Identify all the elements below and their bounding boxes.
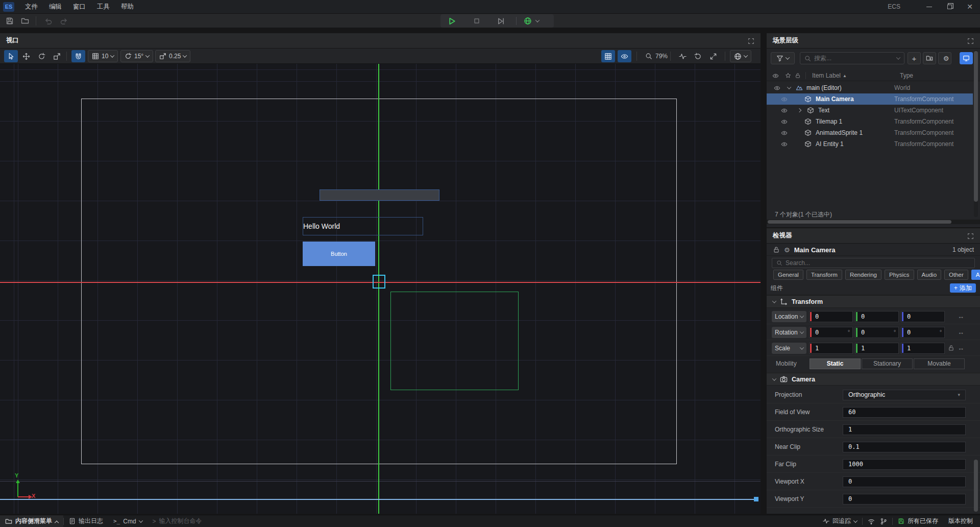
scrollbar-thumb[interactable]	[768, 220, 951, 224]
lock-column-icon[interactable]	[795, 73, 801, 79]
link-axes-icon[interactable]: ↔	[958, 344, 964, 352]
grid-snap-dropdown[interactable]: 10	[88, 50, 118, 62]
link-axes-icon[interactable]: ↔	[958, 313, 964, 320]
open-folder-icon[interactable]	[20, 16, 30, 26]
inspector-search[interactable]	[772, 258, 975, 268]
hierarchy-search[interactable]	[800, 52, 904, 64]
minimize-button[interactable]	[919, 0, 939, 14]
rotation-z-input[interactable]: 0°	[901, 327, 945, 338]
rotation-y-input[interactable]: 0°	[855, 327, 899, 338]
tab-physics[interactable]: Physics	[885, 270, 914, 280]
tree-row-text[interactable]: Text UITextComponent	[767, 105, 973, 116]
source-control-button[interactable]	[880, 515, 892, 527]
camera-section-header[interactable]: Camera	[767, 373, 980, 386]
save-icon[interactable]	[5, 16, 14, 26]
expand-panel-icon[interactable]	[967, 232, 974, 239]
step-icon[interactable]	[497, 17, 505, 25]
reset-view-button[interactable]	[691, 50, 705, 62]
mobility-static-button[interactable]: Static	[810, 358, 861, 369]
button-widget[interactable]: Button	[303, 242, 375, 266]
output-log-button[interactable]: 输出日志	[64, 515, 108, 527]
lock-icon[interactable]	[773, 246, 780, 253]
move-tool-button[interactable]	[19, 50, 33, 62]
select-tool-button[interactable]	[4, 50, 18, 62]
type-column[interactable]: Type	[900, 72, 913, 79]
panel-widget[interactable]	[320, 189, 439, 201]
orthographic-size-input[interactable]: 1	[843, 424, 966, 435]
far-clip-input[interactable]: 1000	[843, 459, 966, 470]
sort-asc-icon[interactable]: ▲	[843, 74, 847, 78]
star-column-icon[interactable]	[785, 73, 791, 79]
viewport-y-input[interactable]: 0	[843, 494, 966, 505]
rotation-dropdown[interactable]: Rotation	[772, 327, 806, 338]
preview-monitor-button[interactable]	[960, 52, 973, 64]
near-clip-input[interactable]: 0.1	[843, 442, 966, 452]
tree-row-main-camera[interactable]: Main Camera TransformComponent	[767, 93, 973, 105]
new-folder-button[interactable]	[923, 52, 936, 64]
tab-other[interactable]: Other	[944, 270, 968, 280]
location-x-input[interactable]: 0	[809, 311, 853, 322]
rotation-x-input[interactable]: 0°	[809, 327, 853, 338]
inspector-search-input[interactable]	[786, 259, 970, 267]
scrollbar-thumb[interactable]	[974, 51, 978, 202]
play-icon[interactable]	[448, 17, 456, 26]
hierarchy-search-input[interactable]	[814, 55, 894, 62]
fullscreen-button[interactable]	[706, 50, 720, 62]
stop-icon[interactable]	[473, 17, 480, 25]
text-widget[interactable]: Hello World	[303, 217, 423, 235]
tree-row-main[interactable]: main (Editor) World	[767, 82, 973, 93]
undo-icon[interactable]	[44, 16, 53, 26]
scale-y-input[interactable]: 1	[855, 343, 899, 354]
rotate-tool-button[interactable]	[35, 50, 48, 62]
mobility-movable-button[interactable]: Movable	[914, 358, 965, 369]
viewport-x-input[interactable]: 0	[843, 476, 966, 487]
vertical-scrollbar[interactable]	[974, 50, 978, 217]
menu-tools[interactable]: 工具	[91, 0, 115, 14]
tab-audio[interactable]: Audio	[917, 270, 941, 280]
gear-icon[interactable]: ⚙	[784, 246, 790, 254]
trace-dropdown[interactable]: 回追踪	[818, 515, 862, 527]
projection-dropdown[interactable]: Orthographic▾	[843, 390, 966, 400]
tab-rendering[interactable]: Rendering	[845, 270, 881, 280]
visibility-eye-icon[interactable]	[781, 118, 788, 125]
inspector-scrollbar[interactable]	[974, 244, 978, 512]
stats-toggle-button[interactable]	[676, 50, 690, 62]
menu-help[interactable]: 帮助	[115, 0, 139, 14]
location-dropdown[interactable]: Location	[772, 311, 806, 322]
mobility-stationary-button[interactable]: Stationary	[862, 358, 913, 369]
hierarchy-settings-button[interactable]: ⚙	[938, 52, 951, 64]
tree-row-animatedsprite[interactable]: AnimatedSprite 1 TransformComponent	[767, 127, 973, 138]
globe-icon[interactable]	[524, 17, 532, 25]
menu-window[interactable]: 窗口	[67, 0, 91, 14]
chevron-right-icon[interactable]	[797, 108, 801, 112]
menu-edit[interactable]: 编辑	[43, 0, 67, 14]
eye-column-icon[interactable]	[772, 73, 779, 79]
add-entity-button[interactable]: +	[908, 52, 921, 64]
content-drawer-button[interactable]: 内容侧滑菜单	[0, 515, 63, 527]
visibility-eye-icon[interactable]	[781, 130, 788, 136]
tree-row-ai-entity[interactable]: AI Entity 1 TransformComponent	[767, 138, 973, 150]
link-axes-icon[interactable]: ↔	[958, 328, 964, 336]
add-component-button[interactable]: + 添加	[950, 283, 976, 293]
field-of-view-input[interactable]: 60	[843, 407, 966, 418]
item-label-column[interactable]: Item Label	[812, 72, 841, 79]
snap-toggle-button[interactable]	[71, 50, 85, 62]
scale-tool-button[interactable]	[50, 50, 64, 62]
scene-canvas[interactable]: Hello World Button Y X	[0, 64, 761, 514]
transform-section-header[interactable]: Transform	[767, 295, 980, 308]
selection-handle[interactable]	[373, 275, 385, 289]
visibility-eye-icon[interactable]	[774, 85, 780, 91]
gizmo-visibility-toggle[interactable]	[618, 50, 631, 62]
chevron-down-icon[interactable]	[772, 376, 776, 380]
rotate-snap-dropdown[interactable]: 15°	[120, 50, 153, 62]
tree-row-tilemap[interactable]: Tilemap 1 TransformComponent	[767, 116, 973, 127]
scale-dropdown[interactable]: Scale	[772, 343, 806, 354]
network-status[interactable]	[863, 515, 880, 527]
zoom-level-control[interactable]: 79%	[642, 50, 671, 62]
maximize-button[interactable]	[939, 0, 960, 14]
chevron-down-icon[interactable]	[787, 85, 791, 89]
grid-visibility-toggle[interactable]	[601, 50, 615, 62]
expand-panel-icon[interactable]	[748, 37, 754, 44]
visibility-eye-icon[interactable]	[781, 141, 788, 148]
scale-snap-dropdown[interactable]: 0.25	[155, 50, 190, 62]
